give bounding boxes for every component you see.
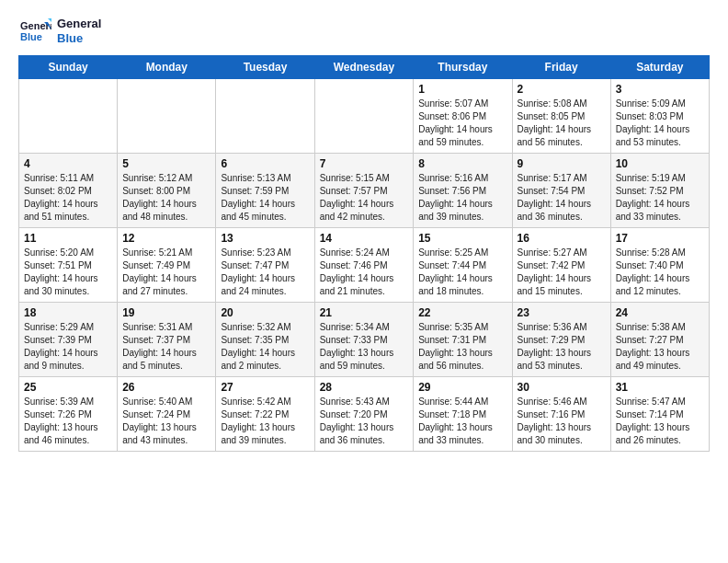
calendar-cell: 23Sunrise: 5:36 AM Sunset: 7:29 PM Dayli… [512,303,610,377]
day-number: 4 [24,157,112,170]
weekday-header-saturday: Saturday [610,56,709,79]
day-info: Sunrise: 5:27 AM Sunset: 7:42 PM Dayligh… [518,247,606,298]
weekday-header-tuesday: Tuesday [216,56,314,79]
day-info: Sunrise: 5:15 AM Sunset: 7:57 PM Dayligh… [320,172,409,224]
weekday-header-wednesday: Wednesday [314,56,414,79]
calendar-cell [314,79,414,154]
calendar-cell: 1Sunrise: 5:07 AM Sunset: 8:06 PM Daylig… [414,79,512,154]
day-info: Sunrise: 5:17 AM Sunset: 7:54 PM Dayligh… [518,172,606,224]
calendar-cell: 2Sunrise: 5:08 AM Sunset: 8:05 PM Daylig… [512,79,610,154]
calendar-cell [216,79,314,154]
day-number: 10 [616,157,704,170]
day-number: 29 [418,381,506,394]
day-info: Sunrise: 5:09 AM Sunset: 8:03 PM Dayligh… [616,98,704,149]
calendar-cell: 31Sunrise: 5:47 AM Sunset: 7:14 PM Dayli… [610,377,709,452]
day-info: Sunrise: 5:16 AM Sunset: 7:56 PM Dayligh… [418,172,506,224]
day-number: 5 [122,157,210,170]
calendar-cell: 18Sunrise: 5:29 AM Sunset: 7:39 PM Dayli… [19,303,118,377]
day-info: Sunrise: 5:28 AM Sunset: 7:40 PM Dayligh… [616,247,704,298]
day-number: 2 [518,83,606,96]
calendar-cell: 24Sunrise: 5:38 AM Sunset: 7:27 PM Dayli… [610,303,709,377]
day-number: 21 [320,306,409,319]
day-number: 7 [320,157,409,170]
day-info: Sunrise: 5:38 AM Sunset: 7:27 PM Dayligh… [616,321,704,373]
week-row-3: 11Sunrise: 5:20 AM Sunset: 7:51 PM Dayli… [19,228,710,303]
calendar-table: SundayMondayTuesdayWednesdayThursdayFrid… [18,55,710,452]
day-number: 9 [518,157,606,170]
day-info: Sunrise: 5:42 AM Sunset: 7:22 PM Dayligh… [221,396,309,447]
calendar-cell: 20Sunrise: 5:32 AM Sunset: 7:35 PM Dayli… [216,303,314,377]
day-number: 19 [122,306,210,319]
day-info: Sunrise: 5:47 AM Sunset: 7:14 PM Dayligh… [616,396,704,447]
day-info: Sunrise: 5:25 AM Sunset: 7:44 PM Dayligh… [418,247,506,298]
day-info: Sunrise: 5:11 AM Sunset: 8:02 PM Dayligh… [24,172,112,224]
calendar-cell: 25Sunrise: 5:39 AM Sunset: 7:26 PM Dayli… [19,377,118,452]
day-info: Sunrise: 5:36 AM Sunset: 7:29 PM Dayligh… [518,321,606,373]
day-number: 8 [418,157,506,170]
weekday-header-friday: Friday [512,56,610,79]
calendar-cell [118,79,216,154]
day-info: Sunrise: 5:19 AM Sunset: 7:52 PM Dayligh… [616,172,704,224]
day-number: 3 [616,83,704,96]
day-number: 22 [418,306,506,319]
day-number: 15 [418,232,506,245]
calendar-cell: 9Sunrise: 5:17 AM Sunset: 7:54 PM Daylig… [512,154,610,228]
calendar-cell: 27Sunrise: 5:42 AM Sunset: 7:22 PM Dayli… [216,377,314,452]
day-number: 20 [221,306,309,319]
day-info: Sunrise: 5:34 AM Sunset: 7:33 PM Dayligh… [320,321,409,373]
day-info: Sunrise: 5:08 AM Sunset: 8:05 PM Dayligh… [518,98,606,149]
day-info: Sunrise: 5:24 AM Sunset: 7:46 PM Dayligh… [320,247,409,298]
day-number: 24 [616,306,704,319]
calendar-cell: 28Sunrise: 5:43 AM Sunset: 7:20 PM Dayli… [314,377,414,452]
calendar-cell: 16Sunrise: 5:27 AM Sunset: 7:42 PM Dayli… [512,228,610,303]
day-info: Sunrise: 5:20 AM Sunset: 7:51 PM Dayligh… [24,247,112,298]
day-info: Sunrise: 5:07 AM Sunset: 8:06 PM Dayligh… [418,98,506,149]
calendar-cell [19,79,118,154]
calendar-cell: 5Sunrise: 5:12 AM Sunset: 8:00 PM Daylig… [118,154,216,228]
day-number: 6 [221,157,309,170]
page-wrapper: General Blue General Blue SundayMondayTu… [18,15,710,452]
calendar-cell: 13Sunrise: 5:23 AM Sunset: 7:47 PM Dayli… [216,228,314,303]
logo: General Blue General Blue [18,15,101,48]
weekday-header-sunday: Sunday [19,56,118,79]
calendar-cell: 21Sunrise: 5:34 AM Sunset: 7:33 PM Dayli… [314,303,414,377]
calendar-cell: 3Sunrise: 5:09 AM Sunset: 8:03 PM Daylig… [610,79,709,154]
week-row-4: 18Sunrise: 5:29 AM Sunset: 7:39 PM Dayli… [19,303,710,377]
day-number: 30 [518,381,606,394]
calendar-cell: 11Sunrise: 5:20 AM Sunset: 7:51 PM Dayli… [19,228,118,303]
day-info: Sunrise: 5:44 AM Sunset: 7:18 PM Dayligh… [418,396,506,447]
week-row-2: 4Sunrise: 5:11 AM Sunset: 8:02 PM Daylig… [19,154,710,228]
day-number: 23 [518,306,606,319]
day-number: 27 [221,381,309,394]
svg-text:Blue: Blue [20,31,42,42]
day-number: 1 [418,83,506,96]
day-info: Sunrise: 5:39 AM Sunset: 7:26 PM Dayligh… [24,396,112,447]
logo-text-blue: Blue [57,31,101,46]
week-row-5: 25Sunrise: 5:39 AM Sunset: 7:26 PM Dayli… [19,377,710,452]
day-number: 31 [616,381,704,394]
day-info: Sunrise: 5:31 AM Sunset: 7:37 PM Dayligh… [122,321,210,373]
day-info: Sunrise: 5:13 AM Sunset: 7:59 PM Dayligh… [221,172,309,224]
day-number: 26 [122,381,210,394]
day-info: Sunrise: 5:32 AM Sunset: 7:35 PM Dayligh… [221,321,309,373]
calendar-cell: 19Sunrise: 5:31 AM Sunset: 7:37 PM Dayli… [118,303,216,377]
logo-text-general: General [57,17,101,31]
calendar-cell: 29Sunrise: 5:44 AM Sunset: 7:18 PM Dayli… [414,377,512,452]
calendar-cell: 30Sunrise: 5:46 AM Sunset: 7:16 PM Dayli… [512,377,610,452]
calendar-cell: 8Sunrise: 5:16 AM Sunset: 7:56 PM Daylig… [414,154,512,228]
day-number: 13 [221,232,309,245]
week-row-1: 1Sunrise: 5:07 AM Sunset: 8:06 PM Daylig… [19,79,710,154]
calendar-cell: 14Sunrise: 5:24 AM Sunset: 7:46 PM Dayli… [314,228,414,303]
calendar-cell: 22Sunrise: 5:35 AM Sunset: 7:31 PM Dayli… [414,303,512,377]
day-number: 25 [24,381,112,394]
day-info: Sunrise: 5:12 AM Sunset: 8:00 PM Dayligh… [122,172,210,224]
header: General Blue General Blue [18,15,710,48]
day-number: 14 [320,232,409,245]
day-info: Sunrise: 5:46 AM Sunset: 7:16 PM Dayligh… [518,396,606,447]
day-number: 11 [24,232,112,245]
day-number: 12 [122,232,210,245]
day-info: Sunrise: 5:35 AM Sunset: 7:31 PM Dayligh… [418,321,506,373]
day-info: Sunrise: 5:21 AM Sunset: 7:49 PM Dayligh… [122,247,210,298]
day-number: 17 [616,232,704,245]
calendar-cell: 4Sunrise: 5:11 AM Sunset: 8:02 PM Daylig… [19,154,118,228]
